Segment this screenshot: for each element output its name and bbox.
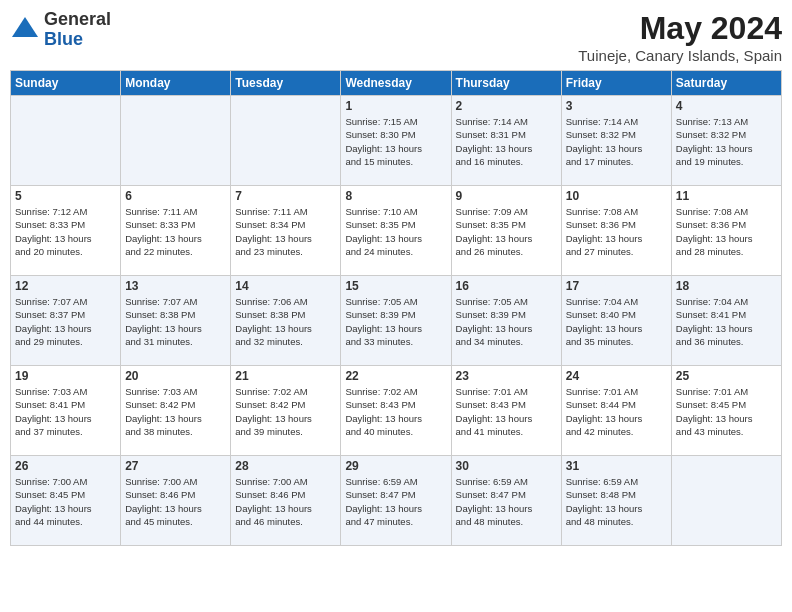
cell-info: Sunrise: 7:01 AM Sunset: 8:43 PM Dayligh… [456, 385, 557, 438]
header-friday: Friday [561, 71, 671, 96]
day-number: 11 [676, 189, 777, 203]
table-row: 20Sunrise: 7:03 AM Sunset: 8:42 PM Dayli… [121, 366, 231, 456]
day-number: 27 [125, 459, 226, 473]
location-subtitle: Tuineje, Canary Islands, Spain [578, 47, 782, 64]
cell-info: Sunrise: 7:03 AM Sunset: 8:42 PM Dayligh… [125, 385, 226, 438]
day-number: 7 [235, 189, 336, 203]
cell-info: Sunrise: 7:11 AM Sunset: 8:33 PM Dayligh… [125, 205, 226, 258]
month-year-title: May 2024 [578, 10, 782, 47]
logo: General Blue [10, 10, 111, 50]
day-number: 8 [345, 189, 446, 203]
cell-info: Sunrise: 7:04 AM Sunset: 8:40 PM Dayligh… [566, 295, 667, 348]
table-row: 7Sunrise: 7:11 AM Sunset: 8:34 PM Daylig… [231, 186, 341, 276]
table-row: 12Sunrise: 7:07 AM Sunset: 8:37 PM Dayli… [11, 276, 121, 366]
cell-info: Sunrise: 7:15 AM Sunset: 8:30 PM Dayligh… [345, 115, 446, 168]
table-row: 10Sunrise: 7:08 AM Sunset: 8:36 PM Dayli… [561, 186, 671, 276]
day-number: 4 [676, 99, 777, 113]
table-row: 3Sunrise: 7:14 AM Sunset: 8:32 PM Daylig… [561, 96, 671, 186]
day-number: 23 [456, 369, 557, 383]
cell-info: Sunrise: 7:08 AM Sunset: 8:36 PM Dayligh… [566, 205, 667, 258]
cell-info: Sunrise: 7:01 AM Sunset: 8:44 PM Dayligh… [566, 385, 667, 438]
day-number: 20 [125, 369, 226, 383]
cell-info: Sunrise: 7:10 AM Sunset: 8:35 PM Dayligh… [345, 205, 446, 258]
header-tuesday: Tuesday [231, 71, 341, 96]
day-number: 9 [456, 189, 557, 203]
svg-marker-0 [12, 17, 38, 37]
day-number: 22 [345, 369, 446, 383]
header-monday: Monday [121, 71, 231, 96]
day-number: 21 [235, 369, 336, 383]
calendar-header: Sunday Monday Tuesday Wednesday Thursday… [11, 71, 782, 96]
day-number: 17 [566, 279, 667, 293]
day-number: 14 [235, 279, 336, 293]
logo-blue-text: Blue [44, 29, 83, 49]
table-row: 4Sunrise: 7:13 AM Sunset: 8:32 PM Daylig… [671, 96, 781, 186]
cell-info: Sunrise: 6:59 AM Sunset: 8:47 PM Dayligh… [456, 475, 557, 528]
day-number: 12 [15, 279, 116, 293]
table-row: 26Sunrise: 7:00 AM Sunset: 8:45 PM Dayli… [11, 456, 121, 546]
table-row [11, 96, 121, 186]
cell-info: Sunrise: 7:13 AM Sunset: 8:32 PM Dayligh… [676, 115, 777, 168]
table-row: 8Sunrise: 7:10 AM Sunset: 8:35 PM Daylig… [341, 186, 451, 276]
cell-info: Sunrise: 7:14 AM Sunset: 8:32 PM Dayligh… [566, 115, 667, 168]
day-number: 1 [345, 99, 446, 113]
table-row: 30Sunrise: 6:59 AM Sunset: 8:47 PM Dayli… [451, 456, 561, 546]
table-row: 18Sunrise: 7:04 AM Sunset: 8:41 PM Dayli… [671, 276, 781, 366]
table-row: 27Sunrise: 7:00 AM Sunset: 8:46 PM Dayli… [121, 456, 231, 546]
day-number: 6 [125, 189, 226, 203]
day-number: 29 [345, 459, 446, 473]
table-row: 14Sunrise: 7:06 AM Sunset: 8:38 PM Dayli… [231, 276, 341, 366]
day-number: 18 [676, 279, 777, 293]
table-row: 21Sunrise: 7:02 AM Sunset: 8:42 PM Dayli… [231, 366, 341, 456]
day-number: 26 [15, 459, 116, 473]
cell-info: Sunrise: 7:06 AM Sunset: 8:38 PM Dayligh… [235, 295, 336, 348]
title-area: May 2024 Tuineje, Canary Islands, Spain [578, 10, 782, 64]
table-row [231, 96, 341, 186]
cell-info: Sunrise: 7:01 AM Sunset: 8:45 PM Dayligh… [676, 385, 777, 438]
cell-info: Sunrise: 7:08 AM Sunset: 8:36 PM Dayligh… [676, 205, 777, 258]
day-number: 31 [566, 459, 667, 473]
day-number: 15 [345, 279, 446, 293]
cell-info: Sunrise: 7:04 AM Sunset: 8:41 PM Dayligh… [676, 295, 777, 348]
table-row: 22Sunrise: 7:02 AM Sunset: 8:43 PM Dayli… [341, 366, 451, 456]
table-row: 11Sunrise: 7:08 AM Sunset: 8:36 PM Dayli… [671, 186, 781, 276]
cell-info: Sunrise: 7:00 AM Sunset: 8:45 PM Dayligh… [15, 475, 116, 528]
calendar-table: Sunday Monday Tuesday Wednesday Thursday… [10, 70, 782, 546]
table-row: 24Sunrise: 7:01 AM Sunset: 8:44 PM Dayli… [561, 366, 671, 456]
cell-info: Sunrise: 7:05 AM Sunset: 8:39 PM Dayligh… [345, 295, 446, 348]
cell-info: Sunrise: 7:07 AM Sunset: 8:37 PM Dayligh… [15, 295, 116, 348]
cell-info: Sunrise: 7:02 AM Sunset: 8:42 PM Dayligh… [235, 385, 336, 438]
table-row: 13Sunrise: 7:07 AM Sunset: 8:38 PM Dayli… [121, 276, 231, 366]
day-number: 25 [676, 369, 777, 383]
header-thursday: Thursday [451, 71, 561, 96]
cell-info: Sunrise: 7:11 AM Sunset: 8:34 PM Dayligh… [235, 205, 336, 258]
logo-icon [10, 15, 40, 45]
cell-info: Sunrise: 7:12 AM Sunset: 8:33 PM Dayligh… [15, 205, 116, 258]
table-row: 23Sunrise: 7:01 AM Sunset: 8:43 PM Dayli… [451, 366, 561, 456]
cell-info: Sunrise: 7:14 AM Sunset: 8:31 PM Dayligh… [456, 115, 557, 168]
calendar-body: 1Sunrise: 7:15 AM Sunset: 8:30 PM Daylig… [11, 96, 782, 546]
day-number: 13 [125, 279, 226, 293]
cell-info: Sunrise: 6:59 AM Sunset: 8:48 PM Dayligh… [566, 475, 667, 528]
table-row: 6Sunrise: 7:11 AM Sunset: 8:33 PM Daylig… [121, 186, 231, 276]
header-saturday: Saturday [671, 71, 781, 96]
header-sunday: Sunday [11, 71, 121, 96]
cell-info: Sunrise: 6:59 AM Sunset: 8:47 PM Dayligh… [345, 475, 446, 528]
table-row: 15Sunrise: 7:05 AM Sunset: 8:39 PM Dayli… [341, 276, 451, 366]
day-number: 24 [566, 369, 667, 383]
table-row: 25Sunrise: 7:01 AM Sunset: 8:45 PM Dayli… [671, 366, 781, 456]
table-row: 28Sunrise: 7:00 AM Sunset: 8:46 PM Dayli… [231, 456, 341, 546]
table-row: 16Sunrise: 7:05 AM Sunset: 8:39 PM Dayli… [451, 276, 561, 366]
table-row [671, 456, 781, 546]
cell-info: Sunrise: 7:00 AM Sunset: 8:46 PM Dayligh… [125, 475, 226, 528]
table-row: 9Sunrise: 7:09 AM Sunset: 8:35 PM Daylig… [451, 186, 561, 276]
day-number: 19 [15, 369, 116, 383]
header-wednesday: Wednesday [341, 71, 451, 96]
table-row: 2Sunrise: 7:14 AM Sunset: 8:31 PM Daylig… [451, 96, 561, 186]
day-number: 2 [456, 99, 557, 113]
logo-general-text: General [44, 9, 111, 29]
table-row: 29Sunrise: 6:59 AM Sunset: 8:47 PM Dayli… [341, 456, 451, 546]
day-number: 5 [15, 189, 116, 203]
table-row: 31Sunrise: 6:59 AM Sunset: 8:48 PM Dayli… [561, 456, 671, 546]
day-number: 16 [456, 279, 557, 293]
